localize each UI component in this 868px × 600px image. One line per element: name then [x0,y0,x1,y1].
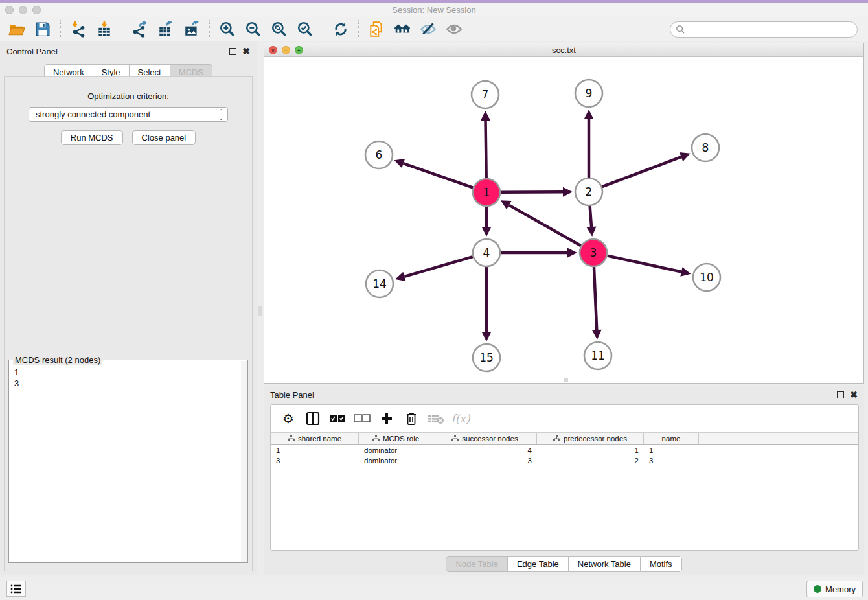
mcds-panel: Optimization criterion: strongly connect… [4,76,253,571]
open-session-button[interactable] [4,19,30,40]
graph-node-1[interactable]: 1 [473,179,500,206]
network-graph[interactable]: 7968124314101511 [264,57,863,383]
new-network-from-selection-button[interactable] [363,19,389,40]
column-header-name[interactable]: name [644,433,699,444]
zoom-in-button[interactable] [214,19,240,40]
search-input[interactable] [670,21,858,38]
export-table-button[interactable] [153,19,179,40]
graph-node-14[interactable]: 14 [366,270,393,297]
graph-node-15[interactable]: 15 [473,344,500,371]
graph-node-10[interactable]: 10 [693,264,720,291]
table-row[interactable]: 1 dominator 4 1 1 [271,445,858,456]
hierarchy-icon [288,435,295,442]
column-header-predecessor-nodes[interactable]: predecessor nodes [537,433,644,444]
import-table-button[interactable] [91,19,117,40]
refresh-view-button[interactable] [328,19,354,40]
graph-edge-1-2[interactable] [501,192,563,192]
graph-edge-3-11[interactable] [594,267,597,330]
graph-edge-2-8[interactable] [602,157,681,187]
graph-edge-2-3[interactable] [590,206,591,227]
select-stepper-icon: ⌃⌄ [218,108,223,121]
show-all-button[interactable] [441,19,467,40]
table-panel-title: Table Panel [270,390,314,400]
toolbar-separator [209,20,210,38]
run-mcds-button[interactable]: Run MCDS [61,130,123,145]
graph-node-7[interactable]: 7 [472,81,499,108]
panel-splitter[interactable] [257,41,264,575]
zoom-fit-button[interactable] [266,19,292,40]
edge-arrowhead-icon [587,227,597,237]
delete-column-button[interactable] [400,408,422,429]
close-table-panel-icon[interactable]: ✖ [850,390,858,399]
cell-successor-nodes: 3 [433,457,537,465]
float-table-panel-icon[interactable] [837,391,844,398]
edge-arrowhead-icon [481,111,490,121]
toggle-column-panel-button[interactable] [302,408,324,429]
application-window: Session: New Session [0,0,868,600]
criterion-value: strongly connected component [36,110,150,119]
graph-node-9[interactable]: 9 [575,80,602,107]
select-all-rows-button[interactable] [326,408,348,429]
function-builder-button[interactable]: f(x) [450,408,472,429]
unchecked-boxes-icon [354,414,371,423]
table-settings-button[interactable]: ⚙ [277,408,299,429]
zoom-fit-icon [271,21,288,38]
memory-label: Memory [825,584,856,594]
edge-arrowhead-icon [394,159,405,168]
graph-edge-4-14[interactable] [404,257,472,277]
task-history-button[interactable] [6,581,26,597]
table-row[interactable]: 3 dominator 3 2 3 [271,456,858,466]
graph-node-8[interactable]: 8 [692,134,719,161]
node-label: 7 [482,88,489,101]
memory-button[interactable]: Memory [806,581,863,597]
window-title: Session: New Session [0,5,868,15]
graph-node-11[interactable]: 11 [584,342,611,369]
hierarchy-icon [553,435,560,442]
zoom-out-button[interactable] [240,19,266,40]
deselect-all-rows-button[interactable] [351,408,373,429]
graph-edge-3-10[interactable] [607,256,681,272]
network-canvas[interactable]: 7968124314101511 [264,57,863,383]
tab-motifs[interactable]: Motifs [640,556,682,572]
save-session-button[interactable] [30,19,56,40]
add-column-button[interactable] [376,408,398,429]
delete-table-icon [428,413,444,424]
tab-network-table[interactable]: Network Table [568,556,640,572]
import-network-button[interactable] [65,19,91,40]
optimization-criterion-label: Optimization criterion: [5,91,252,101]
export-network-button[interactable] [127,19,153,40]
result-scrollbar[interactable] [241,361,247,562]
toolbar-separator [358,20,359,38]
float-panel-icon[interactable] [229,48,236,55]
hide-selected-button[interactable] [415,19,441,40]
delete-table-button[interactable] [425,408,447,429]
save-floppy-icon [34,21,51,38]
tab-edge-table[interactable]: Edge Table [507,556,568,572]
column-header-shared-name[interactable]: shared name [271,433,359,444]
edge-arrowhead-icon [584,110,594,119]
graph-edge-1-7[interactable] [486,121,486,178]
graph-node-3[interactable]: 3 [580,239,607,266]
main-toolbar [0,17,868,41]
node-label: 3 [590,246,597,259]
splitter-handle[interactable] [258,306,262,316]
cell-predecessor-nodes: 1 [537,446,644,454]
zoom-selected-button[interactable] [292,19,318,40]
column-header-successor-nodes[interactable]: successor nodes [433,433,537,444]
mcds-result-text[interactable]: 13 [14,367,240,561]
export-image-button[interactable] [179,19,205,40]
close-panel-button[interactable]: Close panel [132,130,196,145]
graph-node-4[interactable]: 4 [473,239,500,266]
search-container [670,21,858,38]
graph-node-2[interactable]: 2 [575,178,602,205]
graph-node-6[interactable]: 6 [365,141,393,168]
canvas-splitter-handle[interactable] [564,378,568,382]
control-panel-header: Control Panel ✖ [0,41,257,61]
first-neighbors-button[interactable] [389,19,415,40]
column-header-mcds-role[interactable]: MCDS role [359,433,433,444]
graph-edge-3-1[interactable] [509,205,581,246]
tab-node-table[interactable]: Node Table [446,556,507,572]
graph-edge-1-6[interactable] [404,163,473,188]
close-panel-icon[interactable]: ✖ [242,47,250,56]
criterion-select[interactable]: strongly connected component ⌃⌄ [29,107,228,122]
